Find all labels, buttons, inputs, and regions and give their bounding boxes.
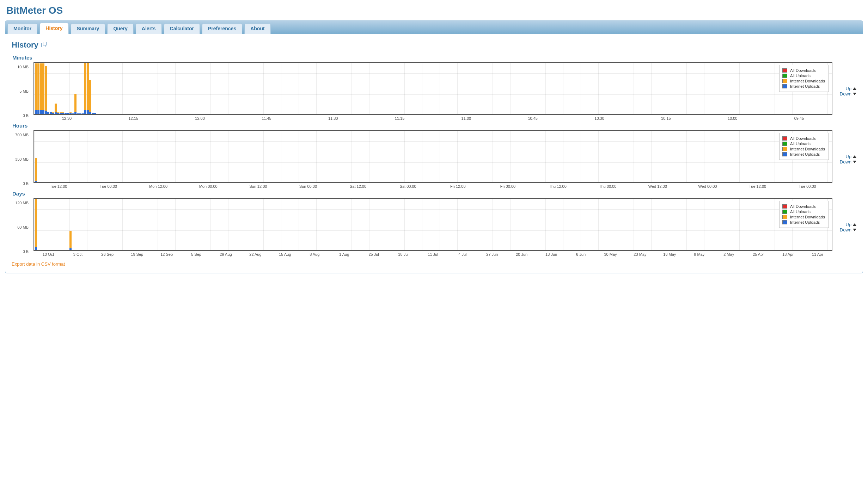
arrow-up-icon <box>853 223 856 226</box>
swatch-icon <box>782 215 787 219</box>
swatch-icon <box>782 152 787 156</box>
export-csv-link[interactable]: Export data in CSV format <box>12 261 65 267</box>
y-axis: 10 MB5 MB0 B <box>12 65 30 118</box>
x-tick: Tue 12:00 <box>33 184 84 188</box>
x-tick: Wed 00:00 <box>683 184 733 188</box>
tab-calculator[interactable]: Calculator <box>164 23 200 34</box>
x-tick: 20 Jun <box>507 252 537 256</box>
bar <box>37 63 39 114</box>
legend: All DownloadsAll UploadsInternet Downloa… <box>779 133 829 160</box>
app-title: BitMeter OS <box>6 5 862 16</box>
bar <box>62 112 64 114</box>
y-tick: 700 MB <box>15 133 29 137</box>
x-tick: 19 Sep <box>122 252 152 256</box>
x-tick: 16 May <box>655 252 684 256</box>
x-tick: 26 Sep <box>93 252 122 256</box>
x-tick: 25 Apr <box>744 252 773 256</box>
y-axis: 700 MB350 MB0 B <box>12 133 30 186</box>
x-axis: 12:3012:1512:0011:4511:3011:1511:0010:45… <box>33 115 832 120</box>
legend-label: All Downloads <box>790 204 816 209</box>
x-tick: Thu 00:00 <box>583 184 633 188</box>
legend-item: All Downloads <box>782 204 825 209</box>
nav-down-button[interactable]: Down <box>836 91 856 97</box>
tab-monitor[interactable]: Monitor <box>7 23 37 34</box>
bar <box>72 113 74 114</box>
tab-about[interactable]: About <box>244 23 270 34</box>
y-axis: 120 MB60 MB0 B <box>12 201 30 254</box>
nav-down-button[interactable]: Down <box>836 159 856 165</box>
nav-up-button[interactable]: Up <box>836 86 856 91</box>
swatch-icon <box>782 210 787 214</box>
swatch-icon <box>782 79 787 83</box>
content-pane: History Minutes10 MB5 MB0 BAll Downloads… <box>5 34 863 273</box>
bar <box>65 113 67 114</box>
tab-history[interactable]: History <box>39 23 68 34</box>
bar <box>79 113 81 114</box>
chart-nav: UpDown <box>836 86 856 97</box>
legend-label: Internet Uploads <box>790 152 820 156</box>
bar <box>77 113 79 114</box>
y-tick: 0 B <box>23 113 29 118</box>
nav-down-button[interactable]: Down <box>836 227 856 232</box>
legend-label: Internet Uploads <box>790 220 820 224</box>
bar <box>52 112 54 114</box>
tab-alerts[interactable]: Alerts <box>136 23 162 34</box>
chart-days: All DownloadsAll UploadsInternet Downloa… <box>33 198 832 251</box>
x-tick: 25 Jul <box>359 252 389 256</box>
swatch-icon <box>782 147 787 151</box>
bar <box>67 113 69 114</box>
bar <box>45 66 47 114</box>
x-tick: Wed 12:00 <box>633 184 683 188</box>
x-tick: 18 Apr <box>773 252 803 256</box>
y-tick: 120 MB <box>15 201 29 205</box>
bar <box>55 104 57 114</box>
swatch-icon <box>782 220 787 224</box>
legend-item: Internet Uploads <box>782 220 825 224</box>
bar <box>40 63 42 114</box>
legend-item: Internet Downloads <box>782 79 825 83</box>
legend-item: Internet Uploads <box>782 84 825 88</box>
legend-label: All Downloads <box>790 136 816 141</box>
nav-up-button[interactable]: Up <box>836 222 856 227</box>
x-tick: 29 Aug <box>211 252 241 256</box>
bar <box>42 63 44 114</box>
legend-item: All Downloads <box>782 136 825 141</box>
legend-label: Internet Downloads <box>790 147 825 151</box>
legend-item: Internet Uploads <box>782 152 825 156</box>
tab-preferences[interactable]: Preferences <box>202 23 242 34</box>
bar <box>47 112 49 114</box>
x-tick: Sun 00:00 <box>283 184 333 188</box>
x-tick: 8 Aug <box>300 252 329 256</box>
y-tick: 60 MB <box>17 225 29 229</box>
section-title-hours: Hours <box>12 123 856 129</box>
y-tick: 10 MB <box>17 65 29 69</box>
y-tick: 5 MB <box>19 89 29 93</box>
x-tick: 12:15 <box>100 116 167 120</box>
x-tick: 12:30 <box>33 116 100 120</box>
bar <box>87 62 89 114</box>
chart-minutes: All DownloadsAll UploadsInternet Downloa… <box>33 62 832 115</box>
swatch-icon <box>782 68 787 73</box>
bar <box>35 63 37 114</box>
x-tick: Sat 00:00 <box>383 184 433 188</box>
x-tick: 11:30 <box>300 116 366 120</box>
x-tick: 15 Aug <box>270 252 300 256</box>
x-tick: 11:45 <box>233 116 300 120</box>
x-tick: 09:45 <box>766 116 832 120</box>
x-tick: 12 Sep <box>152 252 182 256</box>
tab-query[interactable]: Query <box>107 23 133 34</box>
swatch-icon <box>782 136 787 141</box>
x-axis: 10 Oct3 Oct26 Sep19 Sep12 Sep5 Sep29 Aug… <box>33 251 832 256</box>
page-title-text: History <box>12 41 38 50</box>
legend-label: All Uploads <box>790 210 811 214</box>
x-tick: 23 May <box>625 252 655 256</box>
swatch-icon <box>782 74 787 78</box>
nav-up-button[interactable]: Up <box>836 154 856 159</box>
x-tick: 11:00 <box>433 116 500 120</box>
legend-label: Internet Downloads <box>790 79 825 83</box>
bar <box>60 112 62 114</box>
legend-item: All Uploads <box>782 74 825 78</box>
page-title: History <box>12 41 856 50</box>
popout-icon[interactable] <box>41 43 45 47</box>
tab-summary[interactable]: Summary <box>71 23 105 34</box>
